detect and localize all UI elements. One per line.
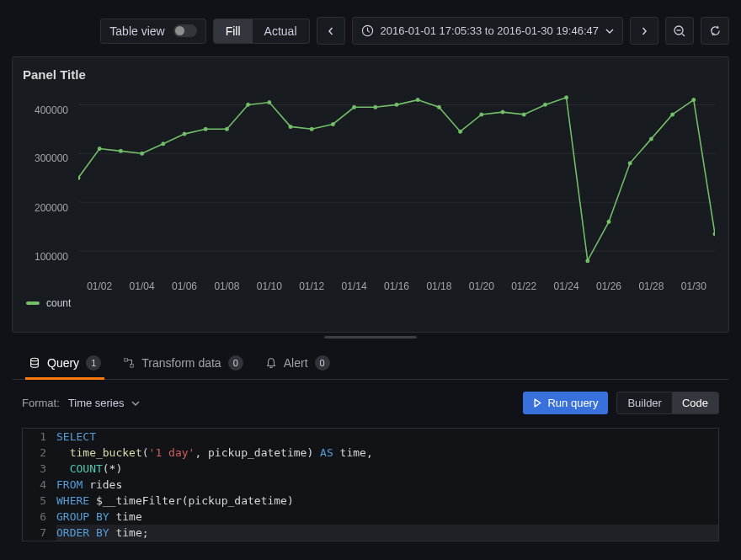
svg-point-24 xyxy=(416,98,420,102)
switch-off-icon[interactable] xyxy=(173,24,197,37)
x-tick: 01/28 xyxy=(638,280,664,292)
legend: count xyxy=(26,297,720,309)
code-content: ORDER BY time; xyxy=(56,525,718,541)
svg-point-13 xyxy=(183,132,187,136)
fill-button[interactable]: Fill xyxy=(214,19,253,43)
svg-point-17 xyxy=(267,100,271,104)
svg-point-33 xyxy=(607,220,611,224)
tab-transform-label: Transform data xyxy=(141,356,221,370)
editor-line[interactable]: 4FROM rides xyxy=(23,477,718,493)
editor-line[interactable]: 7ORDER BY time; xyxy=(23,525,718,541)
x-tick: 01/20 xyxy=(469,280,494,292)
chevron-right-icon xyxy=(640,27,648,35)
x-tick: 01/14 xyxy=(342,280,367,292)
format-select[interactable]: Time series xyxy=(68,397,140,409)
svg-point-10 xyxy=(119,149,123,153)
y-tick: 400000 xyxy=(35,104,68,116)
svg-point-14 xyxy=(204,127,208,131)
line-chart xyxy=(78,90,715,275)
run-query-button[interactable]: Run query xyxy=(523,392,608,414)
tab-query-label: Query xyxy=(47,356,79,370)
actual-button[interactable]: Actual xyxy=(253,19,309,43)
line-number: 5 xyxy=(23,493,56,509)
chevron-left-icon xyxy=(327,27,335,35)
bell-icon xyxy=(265,357,277,369)
line-number: 3 xyxy=(23,461,56,477)
time-range-next-button[interactable] xyxy=(630,17,658,45)
editor-toolbar: Table view Fill Actual 2016-01-01 17:05:… xyxy=(0,0,741,56)
svg-point-20 xyxy=(331,122,335,126)
line-number: 7 xyxy=(23,525,56,541)
tab-transform[interactable]: Transform data 0 xyxy=(123,355,243,379)
x-tick: 01/02 xyxy=(87,280,112,292)
refresh-icon xyxy=(709,24,722,37)
builder-code-segment: Builder Code xyxy=(616,392,719,414)
svg-point-21 xyxy=(352,105,356,109)
chevron-down-icon xyxy=(605,27,614,35)
tab-transform-count: 0 xyxy=(228,355,243,371)
query-tabs: Query 1 Transform data 0 Alert 0 xyxy=(12,344,729,380)
svg-point-25 xyxy=(437,105,441,109)
x-tick: 01/30 xyxy=(681,280,706,292)
builder-button[interactable]: Builder xyxy=(617,392,671,413)
zoom-out-icon xyxy=(673,24,686,38)
scroll-indicator xyxy=(324,336,417,339)
time-range-prev-button[interactable] xyxy=(317,17,345,45)
svg-point-39 xyxy=(31,358,39,361)
svg-point-27 xyxy=(479,112,483,116)
svg-point-36 xyxy=(670,112,674,116)
tab-query-count: 1 xyxy=(86,355,101,371)
clock-icon xyxy=(361,24,374,37)
zoom-out-button[interactable] xyxy=(665,17,694,45)
table-view-label: Table view xyxy=(109,24,164,38)
svg-point-30 xyxy=(543,103,547,107)
editor-line[interactable]: 3 COUNT(*) xyxy=(23,461,718,477)
plot-surface xyxy=(78,90,715,275)
y-tick: 100000 xyxy=(35,251,68,263)
x-tick: 01/04 xyxy=(130,280,155,292)
x-tick: 01/08 xyxy=(214,280,239,292)
format-picker: Format: Time series xyxy=(22,397,140,409)
database-icon xyxy=(29,357,40,369)
editor-line[interactable]: 6GROUP BY time xyxy=(23,509,718,525)
line-number: 2 xyxy=(23,445,56,461)
code-content: SELECT xyxy=(56,429,718,445)
line-number: 4 xyxy=(23,477,56,493)
refresh-button[interactable] xyxy=(701,17,729,45)
editor-line[interactable]: 1SELECT xyxy=(23,429,718,445)
x-tick: 01/06 xyxy=(172,280,197,292)
svg-point-28 xyxy=(501,110,505,115)
svg-point-11 xyxy=(140,152,144,156)
legend-swatch xyxy=(26,301,40,305)
code-content: COUNT(*) xyxy=(56,461,718,477)
svg-point-18 xyxy=(289,125,293,129)
format-value: Time series xyxy=(68,397,125,409)
time-range-picker[interactable]: 2016-01-01 17:05:33 to 2016-01-30 19:46:… xyxy=(352,17,624,45)
x-tick: 01/12 xyxy=(299,280,324,292)
svg-point-31 xyxy=(564,95,568,99)
chevron-down-icon xyxy=(131,399,140,408)
code-content: GROUP BY time xyxy=(56,509,718,525)
tab-query[interactable]: Query 1 xyxy=(29,355,101,379)
editor-line[interactable]: 5WHERE $__timeFilter(pickup_datetime) xyxy=(23,493,718,509)
sql-editor[interactable]: 1SELECT2 time_bucket('1 day', pickup_dat… xyxy=(22,428,719,541)
x-tick: 01/10 xyxy=(257,280,282,292)
svg-point-32 xyxy=(585,259,589,263)
code-content: WHERE $__timeFilter(pickup_datetime) xyxy=(56,493,718,509)
svg-point-34 xyxy=(628,161,632,165)
code-content: FROM rides xyxy=(56,477,718,493)
table-view-toggle[interactable]: Table view xyxy=(100,19,205,44)
play-icon xyxy=(533,398,542,408)
code-button[interactable]: Code xyxy=(672,392,718,413)
legend-label: count xyxy=(46,297,71,309)
tab-alert-count: 0 xyxy=(315,355,330,371)
tab-alert[interactable]: Alert 0 xyxy=(265,355,330,379)
panel-title: Panel Title xyxy=(21,64,720,85)
svg-point-15 xyxy=(225,127,229,131)
editor-line[interactable]: 2 time_bucket('1 day', pickup_datetime) … xyxy=(23,445,718,461)
chart-area[interactable]: 100000 200000 300000 400000 01/0201/0401… xyxy=(23,90,720,292)
format-label: Format: xyxy=(22,397,60,409)
visualization-panel: Panel Title 100000 200000 300000 400000 … xyxy=(12,56,729,333)
x-tick: 01/24 xyxy=(554,280,579,292)
y-tick: 300000 xyxy=(35,152,68,164)
